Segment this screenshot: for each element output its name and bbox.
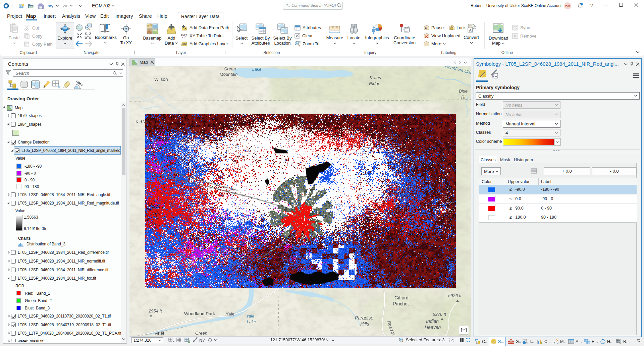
svg-text:EXY: EXY [181, 33, 187, 37]
svg-text:A: A [469, 28, 472, 32]
svg-text:N: N [199, 338, 202, 343]
svg-text:fx: fx [619, 342, 621, 344]
svg-text:i: i [524, 342, 524, 344]
